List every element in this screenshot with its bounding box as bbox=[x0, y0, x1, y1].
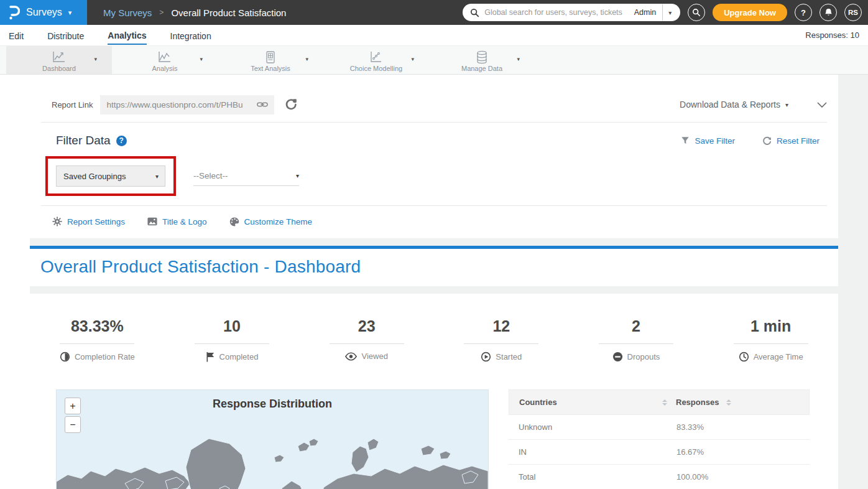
toolbar-tab-choice-modelling[interactable]: Choice Modelling ▾ bbox=[323, 46, 429, 74]
country-responses: 83.33% bbox=[676, 422, 810, 432]
survey-nav: Edit Distribute Analytics Integration Re… bbox=[0, 25, 868, 46]
map-zoom-out-button[interactable]: − bbox=[65, 416, 81, 433]
choice-modelling-icon bbox=[369, 50, 384, 64]
table-row: Total 100.00% bbox=[509, 465, 810, 489]
avatar[interactable]: RS bbox=[844, 4, 862, 21]
stat-value: 83.33% bbox=[30, 317, 165, 335]
chevron-down-icon[interactable]: ▾ bbox=[305, 56, 308, 62]
saved-groupings-dropdown[interactable]: Saved Groupings ▾ bbox=[56, 165, 165, 187]
search-icon bbox=[692, 8, 701, 17]
chevron-down-icon[interactable]: ▾ bbox=[200, 56, 203, 62]
filter-data-section: Filter Data ? Save Filter Reset Filter bbox=[41, 123, 827, 196]
stat-label: Average Time bbox=[754, 352, 803, 361]
toolbar-tab-label: Manage Data bbox=[461, 65, 502, 72]
top-bar: Surveys ▾ My Surveys > Overall Product S… bbox=[0, 0, 868, 25]
chevron-down-icon[interactable]: ▾ bbox=[411, 56, 414, 62]
report-settings-row: Report Settings Title & Logo Customize T… bbox=[41, 206, 827, 237]
breadcrumb-my-surveys[interactable]: My Surveys bbox=[103, 7, 152, 18]
filter-data-title: Filter Data bbox=[56, 134, 111, 147]
help-button[interactable]: ? bbox=[795, 4, 812, 21]
search-scope-value: Admin bbox=[628, 8, 662, 17]
country-responses: 16.67% bbox=[676, 447, 810, 457]
filter-help-icon[interactable]: ? bbox=[116, 136, 127, 146]
tab-edit[interactable]: Edit bbox=[9, 27, 24, 44]
breadcrumb-separator-icon: > bbox=[159, 8, 164, 17]
breadcrumb: My Surveys > Overall Product Satisfactio… bbox=[103, 7, 286, 18]
tab-integration[interactable]: Integration bbox=[170, 27, 211, 44]
caret-down-icon: ▾ bbox=[155, 173, 159, 180]
column-responses[interactable]: Responses bbox=[676, 398, 719, 407]
toolbar-tab-label: Analysis bbox=[152, 65, 178, 72]
link-icon[interactable] bbox=[257, 100, 268, 109]
toolbar-tab-label: Choice Modelling bbox=[350, 65, 402, 72]
collapse-chevron-icon[interactable] bbox=[817, 102, 827, 108]
stat-completion-rate: 83.33% Completion Rate bbox=[30, 317, 165, 362]
column-countries[interactable]: Countries bbox=[519, 398, 557, 407]
stat-label: Completion Rate bbox=[75, 352, 135, 361]
customize-theme-link[interactable]: Customize Theme bbox=[229, 217, 312, 226]
global-search-input[interactable] bbox=[484, 8, 628, 17]
tab-distribute[interactable]: Distribute bbox=[47, 27, 84, 44]
stat-label: Started bbox=[496, 352, 522, 361]
stat-value: 23 bbox=[299, 317, 434, 335]
toolbar-tab-manage-data[interactable]: Manage Data ▾ bbox=[429, 46, 535, 74]
upgrade-now-button[interactable]: Upgrade Now bbox=[713, 4, 787, 21]
report-settings-link[interactable]: Report Settings bbox=[52, 217, 125, 226]
report-link-input[interactable] bbox=[106, 100, 257, 109]
image-icon bbox=[147, 217, 157, 226]
save-filter-button[interactable]: Save Filter bbox=[681, 136, 735, 146]
page-title: Overall Product Satisfaction - Dashboard bbox=[40, 257, 838, 277]
live-dashboard-icon[interactable] bbox=[285, 98, 297, 111]
response-distribution-map[interactable]: Response Distribution + − bbox=[56, 389, 489, 489]
tab-analytics[interactable]: Analytics bbox=[108, 26, 146, 45]
search-icon bbox=[470, 8, 479, 17]
sort-icon[interactable] bbox=[726, 399, 731, 406]
stat-value: 10 bbox=[165, 317, 300, 335]
sort-icon[interactable] bbox=[662, 399, 667, 406]
text-analysis-icon bbox=[264, 50, 277, 64]
breadcrumb-survey-title: Overall Product Satisfaction bbox=[171, 7, 286, 18]
page-background-rail bbox=[838, 75, 868, 489]
section-gap bbox=[30, 286, 868, 294]
eye-icon bbox=[345, 352, 357, 361]
toolbar-tab-analysis[interactable]: Analysis ▾ bbox=[112, 46, 218, 74]
database-icon bbox=[476, 50, 488, 64]
minus-circle-icon bbox=[612, 352, 623, 362]
toolbar-tab-dashboard[interactable]: Dashboard ▾ bbox=[6, 46, 112, 74]
report-link-label: Report Link bbox=[52, 100, 93, 109]
caret-down-icon: ▾ bbox=[785, 101, 788, 108]
report-link-field[interactable] bbox=[100, 95, 274, 114]
flag-icon bbox=[206, 352, 215, 362]
clock-icon bbox=[739, 352, 749, 362]
download-data-reports-menu[interactable]: Download Data & Reports bbox=[680, 100, 780, 109]
divider bbox=[60, 343, 134, 344]
notifications-button[interactable] bbox=[820, 4, 837, 21]
world-map bbox=[57, 414, 488, 489]
reset-filter-button[interactable]: Reset Filter bbox=[762, 136, 820, 146]
country-name: Unknown bbox=[509, 422, 676, 432]
chevron-down-icon[interactable]: ▾ bbox=[94, 56, 97, 62]
analysis-chart-icon bbox=[157, 50, 173, 64]
stat-completed: 10 Completed bbox=[165, 317, 300, 362]
countries-table-header: Countries Responses bbox=[509, 389, 810, 415]
search-button[interactable] bbox=[688, 4, 705, 21]
avatar-initials: RS bbox=[848, 9, 858, 16]
grouping-select-dropdown[interactable]: --Select-- ▾ bbox=[193, 166, 299, 186]
global-search[interactable]: Admin ▾ bbox=[463, 4, 680, 21]
stat-value: 12 bbox=[434, 317, 569, 335]
search-scope-caret-icon[interactable]: ▾ bbox=[663, 9, 674, 16]
table-row: Unknown 83.33% bbox=[509, 415, 810, 440]
map-zoom-in-button[interactable]: + bbox=[65, 398, 81, 414]
stat-value: 2 bbox=[569, 317, 704, 335]
analytics-toolbar: Dashboard ▾ Analysis ▾ Text Analysis ▾ bbox=[0, 46, 868, 75]
title-logo-link[interactable]: Title & Logo bbox=[147, 217, 207, 226]
product-name: Surveys bbox=[26, 7, 62, 18]
chevron-down-icon[interactable]: ▾ bbox=[517, 56, 520, 62]
stat-label: Dropouts bbox=[627, 352, 660, 361]
country-responses: 100.00% bbox=[676, 472, 810, 482]
product-switcher[interactable]: Surveys ▾ bbox=[0, 0, 87, 25]
toolbar-tab-text-analysis[interactable]: Text Analysis ▾ bbox=[218, 46, 323, 74]
visualization-row: Response Distribution + − bbox=[30, 389, 838, 489]
stats-row: 83.33% Completion Rate 10 Completed bbox=[30, 317, 838, 362]
gear-icon bbox=[52, 217, 62, 226]
